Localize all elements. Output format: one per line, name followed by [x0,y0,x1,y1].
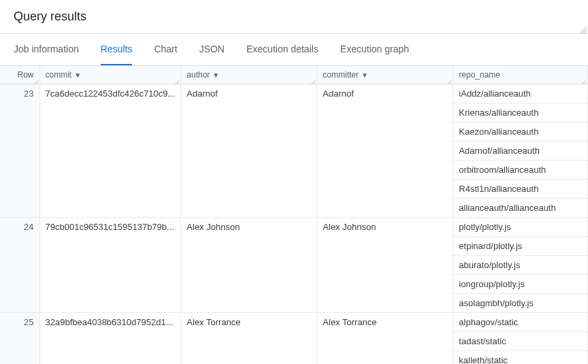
cell-repo-name: asolagmbh/plotly.js [453,294,588,313]
table-header-row: Row commit ▼ author ▼ [0,66,588,84]
tab-results[interactable]: Results [101,34,133,65]
resize-handle-icon[interactable] [33,77,38,82]
column-header-author[interactable]: author ▼ [181,66,317,84]
results-table: Row commit ▼ author ▼ [0,66,588,364]
results-table-container: Row commit ▼ author ▼ [0,66,588,364]
cell-repo-name: iAddz/allianceauth [453,84,588,103]
column-header-repo-name[interactable]: repo_name [453,66,588,84]
column-header-committer[interactable]: committer ▼ [317,66,453,84]
tab-json[interactable]: JSON [199,34,225,65]
cell-repo-name: Krienas/allianceauth [453,103,588,122]
svg-line-7 [313,82,315,84]
resize-handle-icon[interactable] [310,77,315,82]
svg-line-3 [36,82,38,84]
svg-line-4 [175,80,179,84]
cell-repo-name: iongroup/plotly.js [453,275,588,294]
cell-repo-name: Adarnof/allianceauth [453,142,588,161]
resize-handle-icon[interactable] [446,77,451,82]
svg-line-6 [311,80,315,84]
cell-author: Alex Torrance [181,313,317,365]
sort-icon[interactable]: ▼ [361,71,368,79]
cell-committer: Adarnof [317,84,453,218]
svg-line-5 [177,82,179,84]
svg-line-11 [584,82,586,84]
cell-commit: 32a9bfbea4038b6310d7952d1... [39,313,181,365]
header: Query results [0,0,588,34]
cell-rownum: 23 [0,84,39,218]
cell-repo-name: orbitroom/allianceauth [453,161,588,180]
table-row: 24 79cb001c96531c1595137b79b... Alex Joh… [0,218,588,237]
sort-icon[interactable]: ▼ [74,71,81,79]
svg-line-2 [34,80,38,84]
tab-execution-details[interactable]: Execution details [246,34,318,65]
cell-repo-name: allianceauth/allianceauth [453,199,588,218]
cell-repo-name: plotly/plotly.js [453,218,588,237]
resize-handle-icon[interactable] [580,25,587,32]
cell-repo-name: etpinard/plotly.js [453,237,588,256]
resize-handle-icon[interactable] [174,77,179,82]
cell-commit: 79cb001c96531c1595137b79b... [39,218,181,313]
cell-repo-name: alphagov/static [453,313,588,332]
cell-repo-name: Kaezon/allianceauth [453,122,588,142]
cell-repo-name: R4stl1n/allianceauth [453,180,588,199]
column-header-row[interactable]: Row [0,66,39,84]
page-title: Query results [14,10,574,24]
cell-committer: Alex Torrance [317,313,453,365]
cell-author: Alex Johnson [181,218,317,313]
svg-line-10 [582,80,586,84]
cell-author: Adarnof [181,84,317,218]
sort-icon[interactable]: ▼ [212,71,219,79]
svg-line-8 [447,80,451,84]
cell-rownum: 24 [0,218,39,313]
svg-line-9 [449,82,451,84]
table-row: 25 32a9bfbea4038b6310d7952d1... Alex Tor… [0,313,588,332]
column-header-commit[interactable]: commit ▼ [39,66,181,84]
cell-repo-name: kalleth/static [453,351,588,365]
tab-chart[interactable]: Chart [154,34,177,65]
cell-repo-name: aburato/plotly.js [453,256,588,275]
table-row: 23 7ca6decc122453dfc426c710c9... Adarnof… [0,84,588,103]
resize-handle-icon[interactable] [581,77,586,82]
cell-committer: Alex Johnson [317,218,453,313]
tab-job-information[interactable]: Job information [14,34,79,65]
cell-rownum: 25 [0,313,39,365]
tab-execution-graph[interactable]: Execution graph [340,34,409,65]
tabs-bar: Job information Results Chart JSON Execu… [0,34,588,66]
cell-repo-name: tadast/static [453,332,588,351]
cell-commit: 7ca6decc122453dfc426c710c9... [39,84,181,218]
